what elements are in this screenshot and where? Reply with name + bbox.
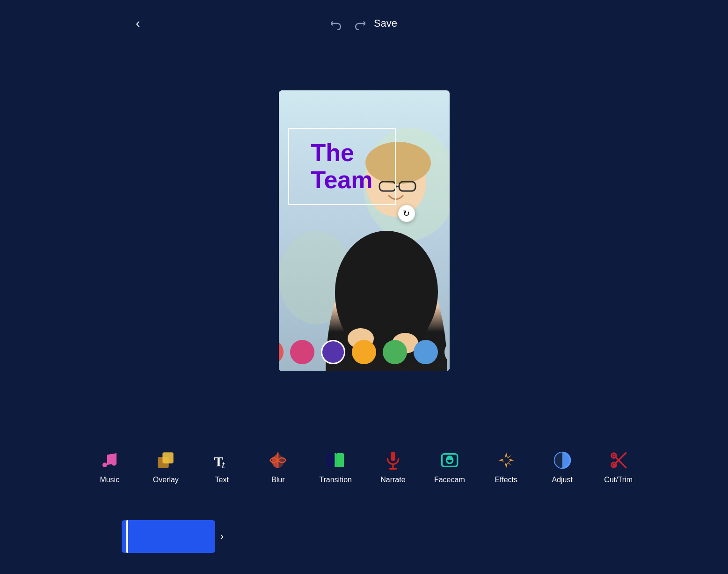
tool-effects[interactable]: Effects xyxy=(478,444,534,489)
timeline-section: › xyxy=(0,499,728,574)
tool-music[interactable]: Music xyxy=(81,444,138,489)
redo-icon xyxy=(352,17,365,30)
back-button[interactable]: ‹ xyxy=(136,16,140,31)
svg-point-27 xyxy=(447,458,449,459)
tool-adjust[interactable]: Adjust xyxy=(534,444,590,489)
tool-facecam[interactable]: Facecam xyxy=(421,444,478,489)
adjust-icon xyxy=(551,449,574,472)
color-swatches xyxy=(279,340,450,364)
transition-icon xyxy=(324,449,347,472)
svg-marker-34 xyxy=(507,462,511,465)
bottom-toolbar: Music Overlay T t Text Bl xyxy=(0,434,728,499)
rotate-handle[interactable]: ↻ xyxy=(398,205,415,222)
undo-button[interactable] xyxy=(331,17,344,30)
svg-point-28 xyxy=(450,458,451,459)
tool-text[interactable]: T t Text xyxy=(194,444,250,489)
swatch-red[interactable] xyxy=(279,340,284,364)
svg-marker-30 xyxy=(509,459,514,462)
swatch-green[interactable] xyxy=(383,340,407,364)
blur-label: Blur xyxy=(271,476,284,484)
overlay-label: Overlay xyxy=(153,476,179,484)
canvas-area: The Team ↻ xyxy=(0,47,728,415)
tool-blur[interactable]: Blur xyxy=(250,444,306,489)
svg-line-38 xyxy=(616,457,626,468)
transition-label: Transition xyxy=(319,476,352,484)
svg-rect-17 xyxy=(163,452,174,463)
preview-image: The Team ↻ xyxy=(279,90,450,371)
text-icon: T t xyxy=(210,449,233,472)
top-actions: Save xyxy=(331,17,397,30)
tool-overlay[interactable]: Overlay xyxy=(138,444,194,489)
svg-point-40 xyxy=(612,455,615,457)
swatch-pink[interactable] xyxy=(290,340,314,364)
timeline-cursor xyxy=(126,520,128,553)
svg-marker-33 xyxy=(507,455,511,458)
phone-preview: The Team ↻ xyxy=(279,90,450,371)
swatch-blue[interactable] xyxy=(414,340,438,364)
swatch-lightblue[interactable] xyxy=(444,340,450,364)
timeline-clip[interactable]: › xyxy=(122,520,215,553)
top-bar: ‹ Save xyxy=(0,0,728,47)
swatch-purple[interactable] xyxy=(321,340,345,364)
svg-marker-31 xyxy=(504,463,508,468)
svg-point-41 xyxy=(612,464,615,466)
effects-label: Effects xyxy=(495,476,517,484)
svg-line-39 xyxy=(616,452,626,463)
narrate-icon xyxy=(381,449,405,472)
svg-rect-22 xyxy=(391,452,395,461)
undo-icon xyxy=(331,17,344,30)
blur-icon xyxy=(266,449,290,472)
music-icon xyxy=(98,449,121,472)
music-label: Music xyxy=(100,476,119,484)
svg-point-15 xyxy=(112,461,116,466)
effects-icon xyxy=(495,449,518,472)
tool-narrate[interactable]: Narrate xyxy=(365,444,421,489)
text-overlay-box[interactable]: The Team xyxy=(288,128,396,205)
tool-transition[interactable]: Transition xyxy=(306,444,365,489)
save-button[interactable]: Save xyxy=(374,17,397,29)
text-label: Text xyxy=(215,476,229,484)
cuttrim-icon xyxy=(607,449,630,472)
tool-cuttrim[interactable]: Cut/Trim xyxy=(590,444,647,489)
facecam-label: Facecam xyxy=(434,476,465,484)
narrate-label: Narrate xyxy=(380,476,405,484)
svg-text:t: t xyxy=(222,458,225,470)
svg-rect-20 xyxy=(327,453,335,467)
redo-button[interactable] xyxy=(352,17,365,30)
svg-rect-21 xyxy=(336,453,344,467)
svg-point-14 xyxy=(102,463,107,467)
swatch-yellow[interactable] xyxy=(352,340,376,364)
timeline-next-arrow[interactable]: › xyxy=(220,530,224,543)
adjust-label: Adjust xyxy=(552,476,572,484)
svg-marker-32 xyxy=(498,459,504,462)
svg-marker-29 xyxy=(504,452,508,458)
cuttrim-label: Cut/Trim xyxy=(604,476,633,484)
overlay-icon xyxy=(154,449,177,472)
facecam-icon xyxy=(438,449,461,472)
overlay-text: The Team xyxy=(307,136,377,197)
